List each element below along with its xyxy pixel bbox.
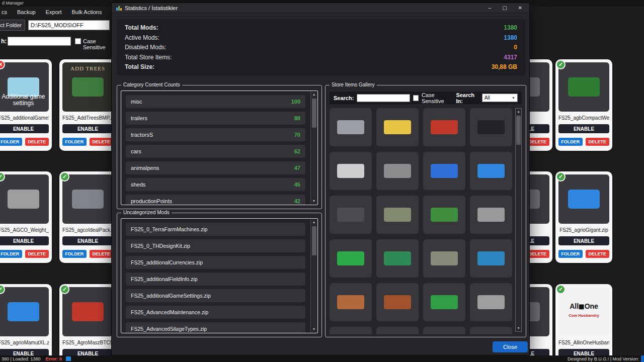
enable-button[interactable]: ENABLE [62, 236, 113, 245]
menu-item-backup[interactable]: Backup [17, 9, 36, 15]
mod-card: ✓ FS25_AgroMaszBTC50h... ENABLE FOLDER D… [59, 284, 116, 362]
mod-thumbnail [0, 174, 49, 224]
store-item-thumbnail[interactable] [470, 327, 512, 334]
store-item-art [384, 208, 411, 222]
category-row[interactable]: productionPoints 42 [126, 195, 305, 205]
store-item-thumbnail[interactable] [423, 152, 465, 190]
store-item-thumbnail[interactable] [330, 283, 372, 321]
scrollbar-thumb[interactable] [312, 99, 316, 128]
folder-button[interactable]: FOLDER [0, 138, 22, 146]
enable-button[interactable]: ENABLE [0, 236, 49, 245]
menu-item-statistics[interactable]: cs [2, 9, 7, 15]
store-item-thumbnail[interactable] [470, 283, 512, 321]
store-item-art [384, 120, 411, 134]
category-row[interactable]: tractorsS 70 [126, 128, 305, 141]
enable-button[interactable]: ENABLE [558, 124, 609, 133]
delete-button[interactable]: DELETE [586, 250, 610, 258]
gallery-search-in-dropdown[interactable]: All ▼ [482, 94, 518, 102]
store-item-thumbnail[interactable] [330, 152, 372, 190]
mod-card: ✓ All◼One Cow Husbandry FS25_AllinOneHus… [555, 284, 612, 362]
scrollbar-thumb[interactable] [516, 116, 521, 145]
menu-item-export[interactable]: Export [46, 9, 62, 15]
store-item-thumbnail[interactable] [423, 283, 465, 321]
store-item-thumbnail[interactable] [470, 239, 512, 278]
store-item-thumbnail[interactable] [423, 327, 465, 334]
delete-button[interactable]: DELETE [25, 250, 49, 258]
status-credits-text: Designed by B.U.G.! | Mod Version: [568, 356, 639, 361]
dialog-titlebar[interactable]: Statistics / İstatistikler – ▢ ✕ [112, 3, 529, 13]
scroll-up-icon[interactable]: ▲ [312, 92, 316, 98]
folder-button[interactable]: FOLDER [0, 250, 22, 258]
mod-filename: FS25_agrioGigant.zip [558, 227, 609, 234]
maximize-icon[interactable]: ▢ [502, 5, 507, 11]
category-counts-groupbox: Category Content Counts misc 100 trailer… [117, 85, 322, 209]
enable-button[interactable]: ENABLE [558, 236, 609, 245]
gallery-search-input[interactable] [357, 94, 410, 102]
store-item-thumbnail[interactable] [330, 196, 372, 234]
uncategorized-scrollbar[interactable]: ▲ ▼ [310, 219, 317, 332]
uncategorized-row[interactable]: FS25_0_THDesignKit.zip [126, 239, 305, 252]
store-item-thumbnail[interactable] [376, 239, 419, 278]
folder-button[interactable]: FOLDER [558, 250, 583, 258]
stat-disabled-mods: Disabled Mods: 0 [125, 44, 517, 51]
store-item-thumbnail[interactable] [376, 196, 419, 234]
mod-search-input[interactable] [8, 37, 71, 46]
uncategorized-row[interactable]: FS25_AdvancedSilageTypes.zip [126, 322, 305, 333]
uncategorized-row[interactable]: FS25_additionalFieldInfo.zip [126, 273, 305, 286]
store-item-thumbnail[interactable] [330, 239, 372, 278]
category-row[interactable]: trailers 88 [126, 112, 305, 125]
delete-button[interactable]: DELETE [25, 138, 49, 146]
mod-thumbnail-art [8, 302, 39, 321]
folder-button[interactable]: FOLDER [558, 138, 583, 146]
enable-button[interactable]: ENABLE [62, 124, 113, 133]
delete-button[interactable]: DELETE [586, 138, 610, 146]
category-row[interactable]: misc 100 [126, 95, 305, 108]
folder-button[interactable]: FOLDER [62, 138, 87, 146]
case-sensitive-checkbox[interactable] [75, 38, 81, 44]
gallery-scrollbar[interactable]: ▲ ▼ [515, 108, 522, 332]
scroll-down-icon[interactable]: ▼ [517, 325, 520, 331]
scroll-up-icon[interactable]: ▲ [517, 109, 520, 115]
mod-card: ADD TREES FS25_AddTreesBMP.zi... ENABLE … [59, 59, 116, 151]
store-item-art [337, 251, 364, 265]
store-item-thumbnail[interactable] [470, 108, 512, 146]
scroll-down-icon[interactable]: ▼ [312, 326, 316, 332]
minimize-icon[interactable]: – [489, 5, 492, 11]
delete-button[interactable]: DELETE [90, 138, 114, 146]
uncategorized-row[interactable]: FS25_additionalCurrencies.zip [126, 256, 305, 269]
mods-path-input[interactable] [28, 20, 110, 30]
store-item-thumbnail[interactable] [423, 239, 465, 278]
uncategorized-row[interactable]: FS25_additionalGameSettings.zip [126, 289, 305, 302]
folder-button[interactable]: FOLDER [62, 250, 87, 258]
close-button[interactable]: Close [493, 341, 528, 352]
category-row[interactable]: animalpens 47 [126, 161, 305, 174]
category-row[interactable]: sheds 45 [126, 178, 305, 191]
store-item-thumbnail[interactable] [470, 152, 512, 190]
delete-button[interactable]: DELETE [90, 250, 114, 258]
store-item-art [384, 295, 411, 309]
store-item-thumbnail[interactable] [330, 327, 372, 334]
category-scrollbar[interactable]: ▲ ▼ [310, 92, 317, 204]
store-item-thumbnail[interactable] [423, 196, 465, 234]
store-item-thumbnail[interactable] [423, 108, 465, 146]
status-accent-chip [641, 355, 644, 362]
scroll-up-icon[interactable]: ▲ [312, 219, 316, 225]
close-icon[interactable]: ✕ [518, 5, 522, 11]
gallery-case-sensitive-checkbox[interactable] [413, 95, 419, 101]
select-folder-button[interactable]: lect Folder [0, 20, 25, 31]
store-item-thumbnail[interactable] [376, 327, 419, 334]
store-item-thumbnail[interactable] [376, 152, 419, 190]
store-item-art [337, 120, 364, 134]
store-item-thumbnail[interactable] [376, 283, 419, 321]
scroll-down-icon[interactable]: ▼ [312, 198, 316, 204]
uncategorized-row[interactable]: FS25_0_TerraFarmMachines.zip [126, 223, 305, 236]
menu-item-bulk-actions[interactable]: Bulk Actions [72, 9, 102, 15]
scrollbar-thumb[interactable] [312, 226, 316, 255]
uncategorized-row[interactable]: FS25_AdvancedMaintenance.zip [126, 306, 305, 319]
store-item-thumbnail[interactable] [470, 196, 512, 234]
enable-button[interactable]: ENABLE [0, 124, 49, 133]
mod-thumbnail: ADD TREES [62, 62, 113, 112]
category-row[interactable]: cars 62 [126, 145, 305, 158]
store-item-thumbnail[interactable] [376, 108, 419, 146]
store-item-thumbnail[interactable] [330, 108, 372, 146]
